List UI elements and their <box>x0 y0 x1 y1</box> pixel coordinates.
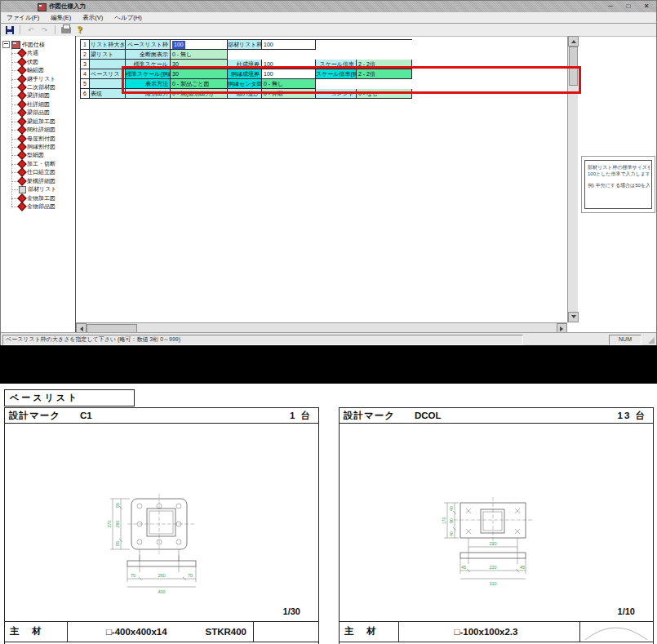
status-message: ベースリスト枠の大きさを指定して下さい (略可：数値 3桁 0～999) <box>2 335 523 345</box>
help-note-inner: 部材リスト枠の標準サイズを 100とした倍率で入力します 例) 半分にする場合は… <box>584 160 652 209</box>
tree-item-label: 継手リスト <box>27 75 56 83</box>
diamond-icon <box>17 125 26 134</box>
panel-header: 設計マーク C1 1 台 <box>5 408 318 424</box>
diamond-icon <box>17 65 26 74</box>
minimize-button[interactable]: ─ <box>604 2 617 11</box>
menu-file[interactable]: ファイル(F) <box>1 12 45 23</box>
diamond-icon <box>17 176 26 185</box>
scroll-up-button[interactable] <box>568 36 579 47</box>
drawing-scale: 1/30 <box>283 606 300 616</box>
tree-item-label: 軸組図 <box>27 66 44 74</box>
screenshot-stage: 作図仕様入力 ─ □ ✕ ファイル(F) 編集(E) 表示(V) ヘルプ(H) … <box>0 0 657 644</box>
field-value-input[interactable]: 100 <box>262 40 316 50</box>
row-category: リスト枠大きさ <box>90 40 126 50</box>
dim-text: 45 <box>461 565 466 570</box>
dim-text: 220 <box>489 541 496 546</box>
baseplate-drawing-c1: 55 260 55 370 70 260 70 400 <box>5 424 317 618</box>
tree-item-mabashira[interactable]: 間柱詳細図 <box>7 126 57 134</box>
field-value-input[interactable]: 100 <box>171 40 228 50</box>
tree-item-tsugite[interactable]: 継手リスト <box>7 74 57 82</box>
material-size: □-100x100x2.3 <box>455 623 518 641</box>
panel-footer: 主 材 □-100x100x2.3 <box>340 621 653 642</box>
app-window: 作図仕様入力 ─ □ ✕ ファイル(F) 編集(E) 表示(V) ヘルプ(H) … <box>0 0 657 345</box>
print-button[interactable] <box>60 24 72 35</box>
selected-value[interactable]: 100 <box>172 41 185 49</box>
tree-item-label: 胴縁割付図 <box>27 143 55 151</box>
help-note-box: 部材リスト枠の標準サイズを 100とした倍率で入力します 例) 半分にする場合は… <box>581 156 655 213</box>
tree-item-label: 梁組加工図 <box>27 118 55 126</box>
footer-cell-arc <box>580 622 653 642</box>
app-icon <box>38 3 47 11</box>
drawing-panel-c1: 設計マーク C1 1 台 55 260 55 370 <box>4 407 319 644</box>
field-label: 全断面表示 <box>126 50 171 60</box>
save-icon <box>6 26 14 34</box>
material-grade: STKR400 <box>205 623 253 641</box>
tree-item-moya[interactable]: 母屋割付図 <box>7 134 57 142</box>
panel-footer: 主 材 □-400x400x14 STKR400 <box>5 621 318 642</box>
menu-edit[interactable]: 編集(E) <box>45 12 77 23</box>
num-lock-indicator: NUM <box>609 335 641 345</box>
dim-text: 40 <box>449 531 454 536</box>
section-title-baselist: ベースリスト <box>4 389 135 406</box>
collapse-icon[interactable] <box>2 41 10 48</box>
tree-item-kako-setsudan[interactable]: 加工・切断 <box>7 160 57 168</box>
tree-item-label: 梁詳細図 <box>27 91 50 100</box>
tree-item-kanamono-buhin[interactable]: 金物部品図 <box>7 202 57 211</box>
tree-item-label: 母屋割付図 <box>27 135 55 143</box>
dim-text: 260 <box>158 573 165 578</box>
note-line: 部材リスト枠の標準サイズを <box>588 164 650 171</box>
help-icon: ? <box>77 26 82 34</box>
dim-text: 90 <box>449 518 454 523</box>
row-category <box>90 60 126 69</box>
drawing-scale: 1/10 <box>618 606 635 616</box>
menu-view[interactable]: 表示(V) <box>77 12 109 23</box>
tree-item-kanamono-kako[interactable]: 金物加工図 <box>7 193 57 202</box>
tree-item-shiguchi[interactable]: 仕口組立図 <box>7 168 57 176</box>
tree-root[interactable]: 作図仕様 <box>2 40 57 49</box>
tree-item-jikugumi[interactable]: 軸組図 <box>7 66 57 74</box>
spec-tree: 作図仕様 共通 伏図 軸組図 継手リスト 二次部材図 梁詳細図 柱詳細図 梁部品… <box>2 40 57 211</box>
note-line: 100とした倍率で入力します <box>588 171 650 177</box>
scroll-down-button[interactable] <box>568 312 579 322</box>
tree-item-buzai-list[interactable]: 部材リスト <box>7 185 57 193</box>
tree-item-kakou-shosai[interactable]: 架構詳細図 <box>7 177 57 185</box>
save-button[interactable] <box>3 24 16 35</box>
material-cell: □-400x400x14 STKR400 <box>68 622 254 642</box>
dim-text: 45 <box>520 565 525 570</box>
material-label: 主 材 <box>5 622 68 642</box>
tree-item-hari-shosai[interactable]: 梁詳細図 <box>7 91 57 100</box>
help-button[interactable]: ? <box>73 24 86 35</box>
spec-tree-pane: 作図仕様 共通 伏図 軸組図 継手リスト 二次部材図 梁詳細図 柱詳細図 梁部品… <box>1 36 76 332</box>
close-button[interactable]: ✕ <box>640 2 653 11</box>
design-mark-value: C1 <box>80 408 92 423</box>
dim-text: 370 <box>107 520 112 527</box>
highlight-rectangle <box>122 66 581 94</box>
undo-icon: ↶ <box>28 26 34 34</box>
tree-item-kyotsu[interactable]: 共通 <box>7 49 57 57</box>
tree-item-label: 共通 <box>27 49 38 57</box>
redo-button[interactable]: ↷ <box>38 24 51 35</box>
design-mark-label: 設計マーク <box>344 408 395 423</box>
tree-item-hashira-shosai[interactable]: 柱詳細図 <box>7 100 57 109</box>
tree-item-label: 架構詳細図 <box>27 177 55 185</box>
tree-item-hari-buhin[interactable]: 梁部品図 <box>7 109 57 117</box>
tree-item-label: 仕口組立図 <box>27 168 55 176</box>
dim-text: 40 <box>449 506 454 511</box>
row-category: 梁リスト <box>90 50 126 60</box>
maximize-button[interactable]: □ <box>622 2 635 11</box>
dim-text: 55 <box>115 541 120 546</box>
tree-item-fusezu[interactable]: 伏図 <box>7 57 57 65</box>
field-value[interactable]: 0 - 無し <box>171 50 228 60</box>
resize-grip[interactable] <box>648 337 655 344</box>
dim-text: 260 <box>115 520 120 527</box>
tree-item-harigumi-kako[interactable]: 梁組加工図 <box>7 118 57 126</box>
tree-item-dobuchi[interactable]: 胴縁割付図 <box>7 143 57 151</box>
tree-item-katagami[interactable]: 型紙図 <box>7 151 57 159</box>
dim-text: 70 <box>131 573 135 578</box>
tree-item-niji-buzai[interactable]: 二次部材図 <box>7 83 57 91</box>
row-number: 1 <box>81 40 90 50</box>
menu-help[interactable]: ヘルプ(H) <box>109 12 147 23</box>
row-category: ベースリスト <box>90 69 126 79</box>
title-bar[interactable]: 作図仕様入力 ─ □ ✕ <box>1 1 656 12</box>
undo-button[interactable]: ↶ <box>24 24 37 35</box>
